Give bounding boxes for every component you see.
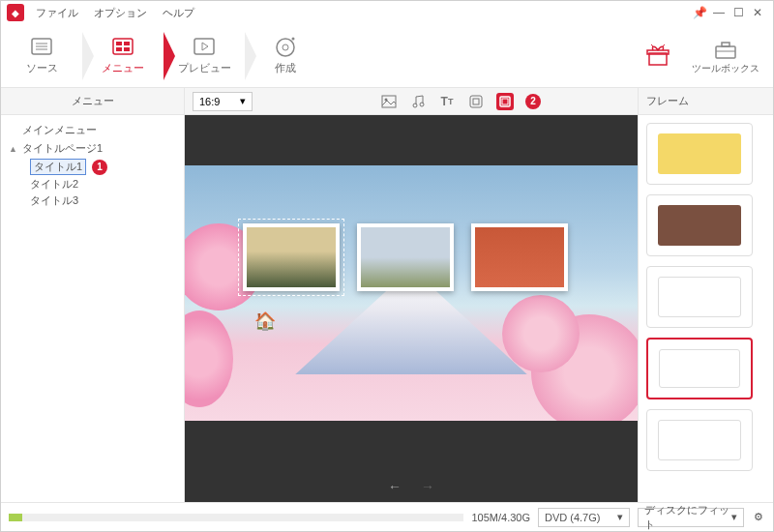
annotation-badge-1: 1: [92, 160, 107, 175]
frame-option-4[interactable]: [646, 409, 753, 471]
source-icon: [29, 36, 54, 57]
svg-rect-26: [470, 96, 482, 107]
tree-title-1[interactable]: タイトル1 1: [30, 158, 180, 176]
thumbnail-2[interactable]: [357, 223, 454, 291]
step-source-label: ソース: [26, 61, 58, 75]
svg-rect-19: [722, 43, 729, 46]
step-create-label: 作成: [275, 61, 296, 75]
gift-button[interactable]: [645, 44, 670, 69]
preview-area: 🏠 ← →: [185, 115, 638, 502]
image-tool-icon[interactable]: [380, 93, 398, 110]
svg-rect-6: [124, 42, 130, 45]
annotation-badge-2: 2: [525, 94, 541, 109]
chapter-tool-icon[interactable]: [467, 93, 485, 110]
tree-title-page[interactable]: ▲タイトルページ1: [5, 139, 180, 158]
text-tool-icon[interactable]: TT: [438, 93, 456, 110]
close-button[interactable]: ✕: [748, 6, 767, 19]
frame-option-2[interactable]: [646, 266, 753, 328]
toolbar: ソース メニュー プレビュー 作成 ツールボックス: [1, 24, 773, 88]
svg-point-11: [277, 39, 294, 56]
frame-option-0[interactable]: [646, 123, 753, 185]
svg-rect-29: [502, 99, 508, 104]
toolbox-button[interactable]: ツールボックス: [692, 37, 759, 75]
frames-header: フレーム: [638, 88, 773, 114]
svg-point-13: [292, 38, 295, 41]
svg-rect-15: [647, 50, 669, 54]
disc-usage-bar: [9, 514, 463, 521]
svg-line-16: [651, 44, 653, 46]
menu-canvas[interactable]: 🏠: [185, 165, 638, 420]
menu-file[interactable]: ファイル: [36, 6, 78, 20]
svg-rect-8: [124, 47, 130, 51]
svg-point-24: [420, 103, 424, 106]
frame-option-3[interactable]: [646, 338, 753, 399]
disc-type-select[interactable]: DVD (4.7G)▾: [538, 508, 630, 527]
tree-title-3[interactable]: タイトル3: [30, 192, 180, 209]
step-menu[interactable]: メニュー: [82, 24, 164, 88]
svg-marker-10: [202, 43, 208, 50]
app-logo: ◆: [7, 4, 24, 21]
disc-usage-text: 105M/4.30G: [471, 512, 530, 523]
thumbnail-3[interactable]: [471, 223, 568, 291]
create-icon: [273, 36, 298, 57]
minimize-button[interactable]: —: [709, 6, 729, 19]
svg-line-17: [663, 44, 665, 46]
menu-icon: [110, 36, 135, 57]
frames-panel: [638, 115, 773, 502]
tree-main-menu[interactable]: メインメニュー: [5, 121, 180, 139]
maximize-button[interactable]: ☐: [729, 6, 748, 19]
svg-rect-7: [116, 47, 122, 51]
home-icon[interactable]: 🏠: [254, 310, 276, 332]
chevron-down-icon: ▾: [240, 95, 246, 107]
frame-tool-icon[interactable]: [496, 93, 514, 110]
svg-rect-4: [113, 39, 133, 54]
fit-select[interactable]: ディスクにフィット▾: [638, 508, 744, 527]
svg-point-12: [283, 44, 288, 50]
step-menu-label: メニュー: [102, 61, 144, 75]
main: メインメニュー ▲タイトルページ1 タイトル1 1 タイトル2 タイトル3 🏠: [1, 115, 773, 502]
prev-arrow[interactable]: ←: [388, 479, 402, 494]
canvas-wrap: 🏠: [185, 115, 638, 471]
settings-icon[interactable]: ⚙: [752, 511, 765, 523]
next-arrow[interactable]: →: [421, 479, 434, 494]
pin-icon[interactable]: 📌: [690, 6, 709, 19]
preview-icon: [192, 36, 217, 57]
thumbnail-1[interactable]: [243, 223, 340, 291]
music-tool-icon[interactable]: [409, 93, 427, 110]
step-create[interactable]: 作成: [245, 24, 326, 88]
svg-rect-14: [649, 53, 667, 65]
svg-rect-18: [716, 46, 735, 58]
frame-option-1[interactable]: [646, 194, 753, 256]
sidebar-tree: メインメニュー ▲タイトルページ1 タイトル1 1 タイトル2 タイトル3: [1, 115, 185, 502]
step-source[interactable]: ソース: [1, 24, 82, 88]
statusbar: 105M/4.30G DVD (4.7G)▾ ディスクにフィット▾ ⚙: [1, 502, 773, 531]
nav-arrows: ← →: [185, 471, 638, 502]
gift-icon: [645, 44, 670, 67]
titlebar: ◆ ファイル オプション ヘルプ 📌 — ☐ ✕: [1, 1, 773, 24]
chevron-down-icon: ▾: [731, 511, 737, 523]
svg-rect-27: [473, 99, 479, 104]
svg-rect-5: [116, 42, 122, 45]
tree-title-2[interactable]: タイトル2: [30, 176, 180, 192]
toolbox-icon: [713, 37, 738, 60]
svg-rect-9: [194, 39, 214, 54]
subheader: メニュー 16:9 ▾ TT 2 フレーム: [1, 88, 773, 115]
aspect-ratio-select[interactable]: 16:9 ▾: [193, 92, 253, 111]
menu-help[interactable]: ヘルプ: [163, 6, 194, 20]
step-preview-label: プレビュー: [178, 61, 231, 75]
chevron-down-icon: ▾: [617, 511, 623, 523]
menu-option[interactable]: オプション: [94, 6, 147, 20]
sidebar-header: メニュー: [1, 88, 185, 114]
step-preview[interactable]: プレビュー: [164, 24, 245, 88]
